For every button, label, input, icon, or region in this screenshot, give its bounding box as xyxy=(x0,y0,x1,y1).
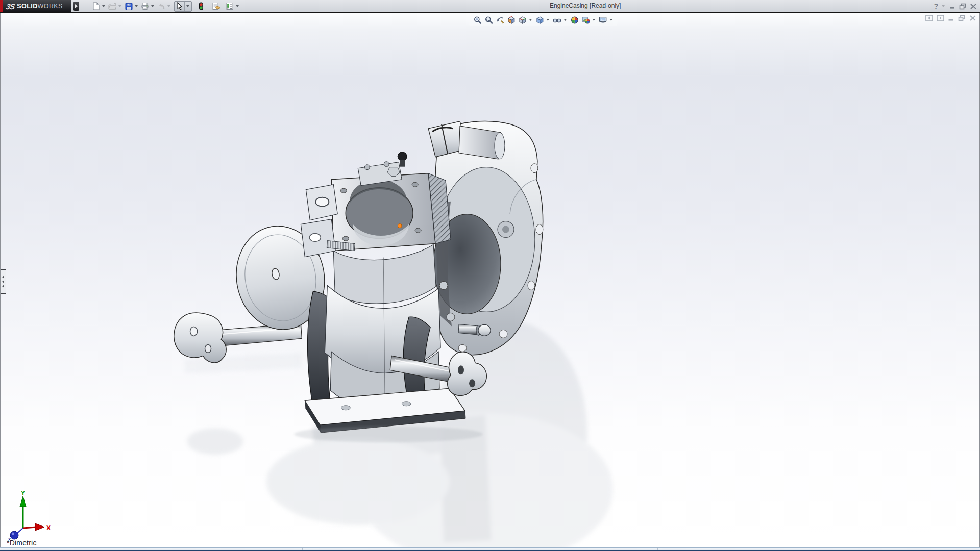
triad-x-arrow xyxy=(35,523,44,531)
rod-end-flange xyxy=(174,313,227,363)
rebuild-traffic-light-icon xyxy=(198,2,205,10)
triad-z-ball xyxy=(10,531,18,539)
engine-casing-model[interactable] xyxy=(1,13,980,547)
print-icon xyxy=(141,2,149,10)
title-bar: 3S SOLIDWORKS xyxy=(0,0,980,12)
standard-toolbar xyxy=(90,0,240,12)
file-properties-icon xyxy=(212,2,220,10)
menu-expand-button[interactable] xyxy=(74,2,79,11)
dropdown-arrow-icon xyxy=(186,5,189,7)
open-document-icon xyxy=(108,3,117,10)
dropdown-arrow-icon[interactable] xyxy=(151,5,154,7)
selected-vertex-marker[interactable] xyxy=(398,224,402,228)
help-dropdown-arrow-icon[interactable] xyxy=(942,5,945,7)
select-tool-dropdown[interactable] xyxy=(184,2,191,11)
flyout-arrow-icon xyxy=(75,4,78,8)
status-bar xyxy=(0,547,980,551)
new-document-icon xyxy=(92,2,100,10)
new-document-button[interactable] xyxy=(91,1,101,11)
restore-button[interactable] xyxy=(959,3,967,10)
file-properties-button[interactable] xyxy=(211,1,221,11)
window-title: EngineCasing [Read-only] xyxy=(550,2,652,9)
contact-shadow xyxy=(294,426,483,442)
close-button[interactable] xyxy=(970,3,977,10)
dropdown-arrow-icon[interactable] xyxy=(167,5,170,7)
dropdown-arrow-icon[interactable] xyxy=(135,5,138,7)
acorn-nut xyxy=(478,324,491,336)
reference-triad: Y X Z xyxy=(4,489,53,540)
dassault-logo-icon: 3S xyxy=(5,2,15,11)
view-orientation-label: *Dimetric xyxy=(7,539,37,547)
options-button[interactable] xyxy=(225,1,235,11)
triad-x-label: X xyxy=(46,524,51,532)
triad-y-arrow xyxy=(20,496,26,507)
select-cursor-icon xyxy=(175,2,183,11)
brand-name-light: WORKS xyxy=(38,3,63,10)
save-button[interactable] xyxy=(124,1,134,11)
graphics-viewport[interactable]: Y X Z *Dimetric xyxy=(0,13,980,547)
open-document-button[interactable] xyxy=(107,1,117,11)
brand-name-bold: SOLID xyxy=(17,3,37,10)
titlebar-controls: ? xyxy=(934,0,977,12)
carburetor-flange[interactable] xyxy=(331,173,451,251)
save-icon xyxy=(125,3,133,10)
dropdown-arrow-icon[interactable] xyxy=(236,5,239,7)
help-button[interactable]: ? xyxy=(934,2,938,10)
dropdown-arrow-icon[interactable] xyxy=(118,5,121,7)
rebuild-button[interactable] xyxy=(196,1,206,11)
print-button[interactable] xyxy=(140,1,150,11)
options-icon xyxy=(226,2,234,10)
undo-button[interactable] xyxy=(156,1,166,11)
brand-accent-stripe xyxy=(0,0,3,12)
undo-icon xyxy=(157,2,166,10)
minimize-button[interactable] xyxy=(949,3,956,9)
triad-y-label: Y xyxy=(21,490,25,497)
dropdown-arrow-icon[interactable] xyxy=(102,5,105,7)
solidworks-logo: 3S SOLIDWORKS xyxy=(0,0,71,12)
select-tool-button[interactable] xyxy=(174,1,192,12)
